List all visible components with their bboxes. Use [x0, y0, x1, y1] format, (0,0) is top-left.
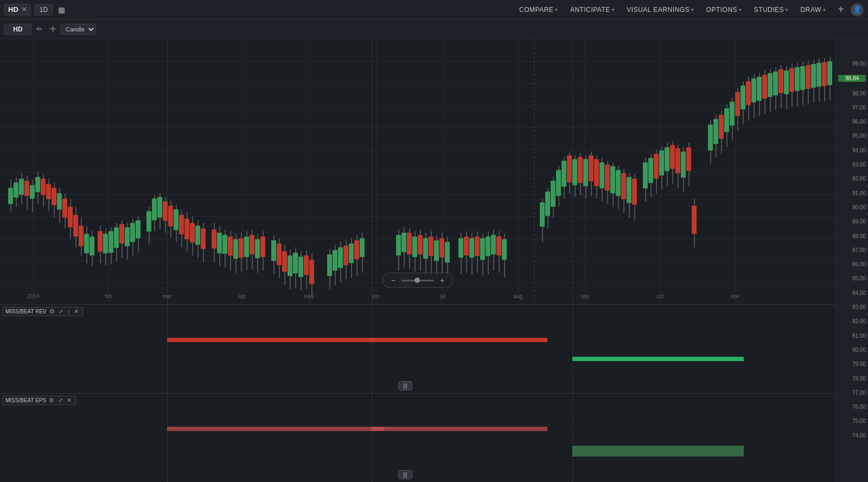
svg-rect-97 — [288, 255, 292, 276]
svg-rect-259 — [827, 61, 832, 85]
svg-rect-13 — [41, 178, 46, 195]
svg-rect-179 — [594, 159, 599, 187]
svg-rect-217 — [713, 119, 718, 144]
svg-rect-143 — [464, 236, 469, 255]
svg-rect-109 — [333, 250, 337, 271]
svg-rect-117 — [354, 240, 359, 259]
svg-rect-129 — [418, 235, 423, 254]
y-label-90: 90.00 — [838, 204, 866, 210]
svg-rect-93 — [277, 243, 282, 265]
y-label-95: 95.00 — [838, 133, 866, 139]
x-label-mar: mar — [162, 293, 171, 299]
calendar-icon[interactable]: ▦ — [55, 3, 68, 16]
svg-rect-119 — [360, 238, 365, 257]
eps-bar-sep — [572, 446, 744, 457]
svg-rect-9 — [30, 185, 35, 198]
svg-rect-197 — [648, 158, 653, 183]
interval-selector[interactable]: 1D — [35, 4, 53, 15]
ticker-close-icon[interactable]: ✕ — [22, 6, 27, 13]
x-label-sep: sep — [580, 293, 589, 299]
svg-rect-41 — [119, 224, 124, 243]
svg-rect-173 — [578, 157, 583, 183]
svg-rect-215 — [708, 125, 713, 151]
chart-type-select[interactable]: Candle Bar Line — [61, 24, 96, 35]
svg-rect-211 — [686, 147, 691, 171]
svg-rect-99 — [293, 253, 298, 273]
pencil-draw-button[interactable]: ✏ — [34, 23, 45, 35]
svg-rect-59 — [174, 209, 178, 230]
x-label-oct: oct — [656, 293, 663, 299]
add-study-button[interactable]: + — [833, 2, 848, 17]
x-label-feb: feb — [105, 293, 112, 299]
nav-compare[interactable]: COMPARE ▾ — [514, 4, 564, 16]
svg-rect-55 — [163, 201, 168, 221]
rev-expand-button[interactable]: ⤢ — [58, 308, 65, 315]
svg-rect-155 — [496, 236, 501, 255]
crosshair-button[interactable]: ✛ — [47, 23, 59, 35]
eps-scroll-indicator: ||| — [398, 470, 412, 479]
zoom-out-button[interactable]: − — [388, 275, 398, 285]
zoom-track[interactable] — [401, 280, 434, 281]
nav-anticipate[interactable]: ANTICIPATE ▾ — [565, 4, 620, 16]
ticker-badge[interactable]: HD ✕ — [4, 4, 30, 15]
zoom-thumb[interactable] — [414, 278, 420, 283]
eps-panel: MISS/BEAT EPS ⚙ ⤢ ✕ — [0, 394, 835, 482]
svg-rect-253 — [811, 64, 816, 88]
y-label-75: 75.00 — [838, 418, 866, 424]
svg-rect-237 — [768, 73, 773, 97]
svg-rect-63 — [184, 218, 189, 239]
nav-studies[interactable]: STUDIES ▾ — [749, 4, 794, 16]
eps-expand-button[interactable]: ⤢ — [57, 397, 64, 404]
y-label-89: 89.00 — [838, 218, 866, 224]
y-axis: 99.00 98.84 98.00 97.00 96.00 95.00 94.0… — [835, 39, 868, 482]
y-label-91: 91.00 — [838, 190, 866, 196]
svg-rect-73 — [217, 233, 222, 253]
y-label-97: 97.00 — [838, 105, 866, 111]
rev-label-text: MISS/BEAT REV — [5, 309, 47, 314]
rev-panel-label: MISS/BEAT REV ⚙ ⤢ ↕ ✕ — [2, 307, 83, 316]
svg-rect-163 — [551, 181, 556, 207]
svg-rect-69 — [201, 228, 206, 249]
eps-close-button[interactable]: ✕ — [66, 397, 73, 404]
svg-rect-159 — [540, 202, 545, 227]
svg-rect-231 — [751, 79, 756, 102]
chart-container[interactable]: 2014 feb mar apr may jun jul aug sep oct… — [0, 39, 835, 482]
svg-rect-113 — [343, 246, 348, 265]
y-label-98: 98.00 — [838, 91, 866, 97]
svg-rect-23 — [68, 207, 73, 227]
svg-rect-255 — [816, 63, 821, 87]
chart-toolbar: HD ✏ ✛ Candle Bar Line — [0, 20, 868, 39]
svg-rect-161 — [545, 191, 550, 216]
rev-move-button[interactable]: ↕ — [66, 309, 72, 315]
svg-rect-207 — [675, 149, 680, 173]
rev-bar-jun — [372, 338, 547, 342]
svg-rect-115 — [349, 243, 354, 263]
svg-rect-101 — [298, 256, 303, 277]
svg-rect-81 — [239, 238, 244, 258]
nav-draw[interactable]: DRAW ▾ — [795, 4, 832, 16]
svg-rect-61 — [179, 215, 184, 234]
svg-rect-91 — [271, 240, 276, 261]
user-avatar[interactable]: 👤 — [851, 3, 864, 16]
anticipate-arrow-icon: ▾ — [612, 7, 615, 12]
svg-rect-17 — [52, 188, 56, 205]
svg-rect-43 — [125, 227, 130, 246]
nav-visual-earnings[interactable]: VISUAL EARNINGS ▾ — [621, 4, 699, 16]
nav-options[interactable]: OPTIONS ▾ — [701, 4, 748, 16]
eps-settings-button[interactable]: ⚙ — [48, 397, 55, 404]
symbol-display: HD — [4, 24, 31, 35]
zoom-in-button[interactable]: + — [437, 275, 447, 285]
x-label-jul: jul — [440, 293, 445, 299]
svg-rect-65 — [190, 223, 195, 242]
svg-rect-235 — [762, 75, 767, 99]
svg-rect-249 — [800, 66, 805, 90]
svg-rect-137 — [439, 238, 444, 258]
svg-rect-257 — [822, 62, 827, 86]
svg-rect-209 — [681, 152, 686, 178]
svg-rect-183 — [605, 165, 610, 191]
eps-bar-jun — [372, 427, 547, 431]
rev-close-button[interactable]: ✕ — [73, 308, 80, 315]
rev-settings-button[interactable]: ⚙ — [48, 308, 56, 315]
svg-rect-149 — [480, 238, 485, 260]
x-label-jun: jun — [372, 293, 379, 299]
